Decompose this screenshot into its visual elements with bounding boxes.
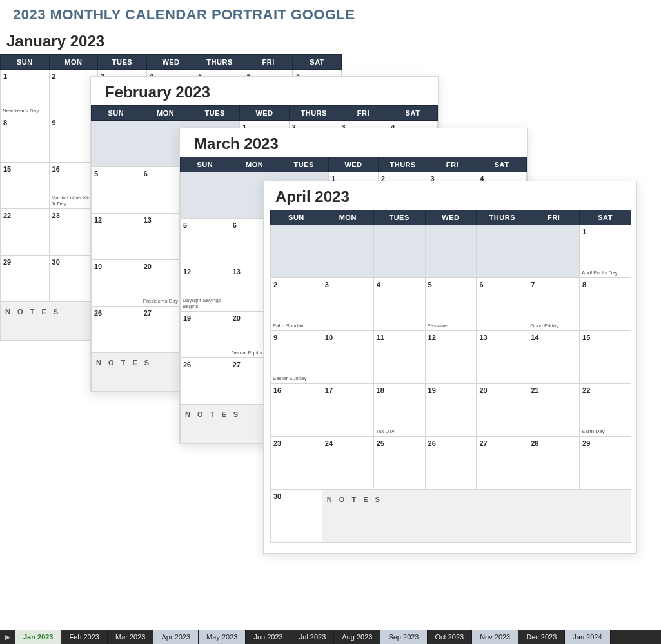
- day-cell[interactable]: 26: [181, 358, 230, 405]
- sheet-tab[interactable]: Nov 2023: [472, 630, 518, 644]
- day-cell[interactable]: 5: [92, 167, 141, 214]
- day-cell[interactable]: 19: [425, 384, 477, 437]
- day-cell[interactable]: [322, 225, 373, 278]
- day-number: 26: [181, 359, 229, 368]
- day-number: 29: [580, 438, 630, 447]
- day-cell[interactable]: [92, 121, 141, 167]
- day-cell[interactable]: [477, 225, 528, 278]
- day-cell[interactable]: 17: [322, 384, 373, 437]
- sheet-tab[interactable]: Apr 2023: [153, 630, 199, 644]
- day-cell[interactable]: 8: [580, 278, 631, 331]
- day-cell[interactable]: 13: [477, 331, 528, 384]
- tab-list: Jan 2023Feb 2023Mar 2023Apr 2023May 2023…: [15, 630, 611, 644]
- day-cell[interactable]: 15: [580, 331, 631, 384]
- day-header: TUES: [373, 210, 425, 225]
- day-number: 7: [529, 279, 578, 288]
- day-header: THURS: [195, 55, 244, 70]
- day-cell[interactable]: 12Daylight Savings Begins: [181, 265, 230, 312]
- day-cell[interactable]: 8: [1, 116, 50, 163]
- day-cell[interactable]: 16: [271, 384, 322, 437]
- day-cell[interactable]: 11: [373, 331, 425, 384]
- sheet-tab[interactable]: Sep 2023: [380, 630, 427, 644]
- day-cell[interactable]: 2Palm Sunday: [271, 278, 322, 331]
- day-header: TUES: [190, 106, 240, 121]
- day-cell[interactable]: 22Earth Day: [580, 384, 631, 437]
- day-header: THURS: [477, 210, 528, 225]
- day-cell[interactable]: 4: [373, 278, 425, 331]
- day-cell[interactable]: 26: [92, 307, 141, 353]
- sheet-tab[interactable]: Mar 2023: [108, 630, 153, 644]
- day-header: TUES: [279, 157, 329, 172]
- day-cell[interactable]: 26: [425, 437, 477, 490]
- day-cell[interactable]: 25: [373, 437, 425, 490]
- sheet-tab[interactable]: Feb 2023: [61, 630, 107, 644]
- tab-nav-play-icon[interactable]: ▶: [0, 630, 15, 644]
- day-header: SUN: [271, 210, 322, 225]
- day-cell[interactable]: 30: [271, 490, 322, 543]
- day-header: FRI: [428, 157, 477, 172]
- day-cell[interactable]: 28: [528, 437, 580, 490]
- day-number: 5: [426, 279, 476, 288]
- day-header: WED: [329, 157, 379, 172]
- day-cell[interactable]: 12: [425, 331, 477, 384]
- sheet-tab[interactable]: Jan 2023: [15, 630, 61, 644]
- day-cell[interactable]: 21: [528, 384, 580, 437]
- notes-cell[interactable]: N O T E S: [322, 490, 631, 543]
- day-number: 22: [580, 385, 630, 394]
- day-number: 19: [181, 312, 229, 322]
- day-header: MON: [141, 106, 190, 121]
- day-header: WED: [425, 210, 477, 225]
- stage: January 2023SUNMONTUESWEDTHURSFRISAT1New…: [0, 26, 661, 632]
- sheet-tab[interactable]: Jan 2024: [565, 630, 610, 644]
- day-number: 25: [375, 438, 424, 447]
- day-cell[interactable]: 7Good Friday: [528, 278, 580, 331]
- day-cell[interactable]: 24: [322, 437, 373, 490]
- day-number: 5: [92, 168, 140, 177]
- day-number: 23: [271, 438, 321, 447]
- day-cell[interactable]: [528, 225, 580, 278]
- day-cell[interactable]: [373, 225, 425, 278]
- day-cell[interactable]: 9Easter Sunday: [271, 331, 322, 384]
- day-cell[interactable]: [271, 225, 322, 278]
- day-cell[interactable]: [181, 172, 230, 219]
- day-cell[interactable]: 18Tax Day: [373, 384, 425, 437]
- event-label: Daylight Savings Begins: [183, 298, 228, 310]
- sheet-tab[interactable]: May 2023: [199, 630, 246, 644]
- day-cell[interactable]: 5: [181, 219, 230, 265]
- tab-bar: ▶ Jan 2023Feb 2023Mar 2023Apr 2023May 20…: [0, 630, 661, 644]
- day-cell[interactable]: 1April Fool's Day: [580, 225, 631, 278]
- day-number: 12: [426, 332, 476, 341]
- day-number: 16: [271, 385, 321, 394]
- day-cell[interactable]: 29: [1, 256, 50, 302]
- notes-label: N O T E S: [323, 490, 630, 503]
- sheet-tab[interactable]: Aug 2023: [334, 630, 380, 644]
- day-cell[interactable]: 19: [92, 260, 141, 307]
- day-cell[interactable]: 29: [580, 437, 631, 490]
- sheet-tab[interactable]: Jul 2023: [291, 630, 335, 644]
- day-cell[interactable]: 14: [528, 331, 580, 384]
- day-cell[interactable]: 15: [1, 163, 50, 209]
- sheet-tab[interactable]: Oct 2023: [428, 630, 473, 644]
- day-cell[interactable]: 23: [271, 437, 322, 490]
- day-cell[interactable]: 12: [92, 214, 141, 260]
- day-number: 24: [323, 438, 373, 447]
- day-header: SAT: [388, 106, 438, 121]
- day-number: 15: [580, 332, 630, 341]
- day-header: SAT: [580, 210, 631, 225]
- sheet-tab[interactable]: Jun 2023: [246, 630, 291, 644]
- day-cell[interactable]: 3: [322, 278, 373, 331]
- day-cell[interactable]: 19: [181, 312, 230, 358]
- day-cell[interactable]: [425, 225, 477, 278]
- day-cell[interactable]: 6: [477, 278, 528, 331]
- day-number: 13: [477, 332, 527, 341]
- day-cell[interactable]: 1New Year's Day: [1, 70, 50, 116]
- month-title-mar: March 2023: [180, 128, 527, 157]
- day-cell[interactable]: 5Passover: [425, 278, 477, 331]
- day-cell[interactable]: 27: [477, 437, 528, 490]
- month-title-jan: January 2023: [0, 26, 342, 54]
- day-cell[interactable]: 22: [1, 209, 50, 256]
- day-cell[interactable]: 10: [322, 331, 373, 384]
- day-cell[interactable]: 20: [477, 384, 528, 437]
- day-number: 9: [271, 332, 321, 341]
- sheet-tab[interactable]: Dec 2023: [518, 630, 565, 644]
